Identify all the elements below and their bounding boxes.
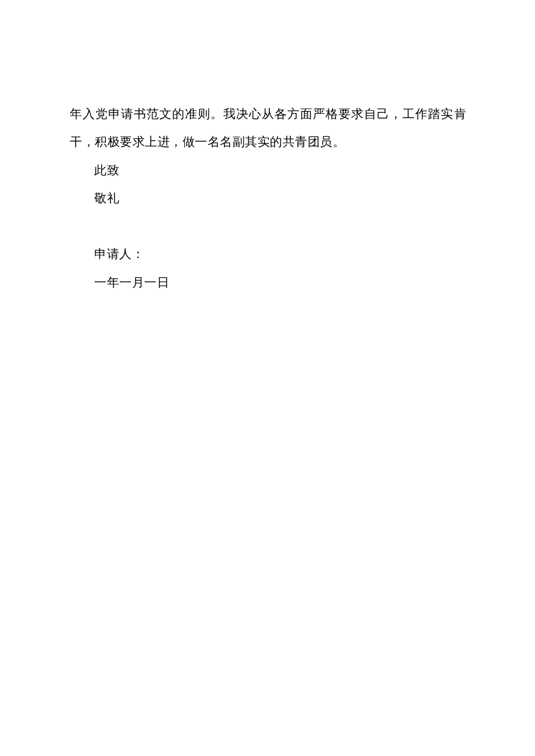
closing-cizhi: 此致 xyxy=(70,156,466,184)
applicant-line: 申请人： xyxy=(70,240,466,268)
date-line: 一年一月一日 xyxy=(70,268,466,296)
closing-jingli: 敬礼 xyxy=(70,184,466,212)
document-body: 年入党申请书范文的准则。我决心从各方面严格要求自己，工作踏实肯干，积极要求上进，… xyxy=(70,100,466,296)
paragraph-continuation: 年入党申请书范文的准则。我决心从各方面严格要求自己，工作踏实肯干，积极要求上进，… xyxy=(70,100,466,156)
blank-line xyxy=(70,212,466,240)
